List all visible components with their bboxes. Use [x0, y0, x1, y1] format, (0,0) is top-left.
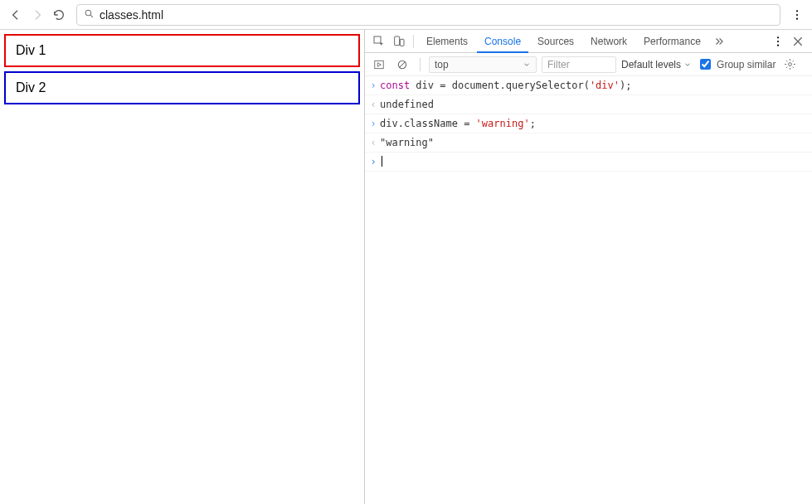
devtools-menu-button[interactable] [769, 32, 787, 51]
console-code: const div = document.querySelector('div'… [380, 78, 809, 93]
caret-right-icon: › [367, 116, 380, 131]
console-body[interactable]: › const div = document.querySelector('di… [365, 76, 812, 504]
svg-point-7 [777, 36, 779, 38]
tab-performance-label: Performance [644, 36, 701, 47]
arrow-left-icon [9, 8, 22, 22]
caret-left-icon: ‹ [367, 135, 380, 150]
separator [413, 35, 414, 48]
device-icon [392, 35, 406, 48]
svg-point-12 [789, 63, 792, 66]
ban-icon [396, 59, 408, 70]
demo-div-1: Div 1 [4, 34, 360, 67]
chevron-double-right-icon [713, 36, 725, 47]
svg-point-8 [777, 40, 779, 41]
console-settings-button[interactable] [780, 56, 799, 74]
console-prompt-input[interactable] [380, 154, 809, 169]
devtools-close-button[interactable] [789, 32, 807, 51]
group-similar-checkbox[interactable] [700, 59, 711, 70]
caret-right-icon: › [367, 154, 380, 169]
tab-elements-label: Elements [426, 36, 468, 47]
svg-point-1 [796, 10, 798, 12]
svg-point-2 [796, 13, 798, 15]
console-output: undefined [380, 97, 809, 112]
inspect-element-button[interactable] [370, 32, 388, 51]
caret-right-icon: › [367, 78, 380, 93]
demo-div-2-text: Div 2 [16, 80, 46, 94]
execution-context-select[interactable]: top [429, 56, 537, 73]
browser-menu-button[interactable] [787, 5, 807, 25]
inspect-icon [372, 35, 386, 48]
svg-rect-5 [395, 36, 400, 46]
console-code: div.className = 'warning'; [380, 116, 809, 131]
tab-network[interactable]: Network [583, 30, 635, 53]
tab-sources[interactable]: Sources [530, 30, 581, 53]
arrow-right-icon [31, 8, 44, 22]
tab-elements[interactable]: Elements [419, 30, 475, 53]
kebab-icon [790, 8, 804, 22]
tabs-overflow-button[interactable] [710, 32, 728, 51]
svg-point-9 [777, 44, 779, 46]
chevron-down-icon [523, 61, 531, 69]
console-filter-input[interactable] [542, 56, 616, 73]
address-bar[interactable]: classes.html [76, 4, 780, 26]
devtools-pane: Elements Console Sources Network Perform… [365, 30, 812, 504]
gear-icon [784, 58, 796, 70]
tab-performance[interactable]: Performance [636, 30, 708, 53]
forward-button[interactable] [27, 4, 48, 26]
page-pane: Div 1 Div 2 [0, 30, 365, 504]
reload-icon [52, 8, 66, 22]
tab-sources-label: Sources [537, 36, 574, 47]
group-similar-toggle[interactable]: Group similar [697, 56, 776, 72]
svg-point-3 [796, 17, 798, 19]
tab-console-label: Console [484, 36, 521, 47]
log-levels-select[interactable]: Default levels [621, 59, 692, 70]
execution-context-label: top [435, 59, 449, 70]
text-cursor [382, 156, 382, 167]
console-sidebar-toggle[interactable] [370, 56, 388, 74]
workspace: Div 1 Div 2 Elements Console Sources Net… [0, 30, 812, 504]
browser-toolbar: classes.html [0, 0, 812, 30]
console-prompt-row[interactable]: › [365, 153, 812, 172]
clear-console-button[interactable] [393, 56, 411, 74]
console-output-row: ‹ undefined [365, 95, 812, 114]
kebab-icon [771, 35, 785, 48]
demo-div-1-text: Div 1 [16, 43, 46, 57]
console-input-row: › const div = document.querySelector('di… [365, 76, 812, 95]
toggle-device-button[interactable] [390, 32, 408, 51]
reload-button[interactable] [48, 4, 70, 26]
tab-network-label: Network [591, 36, 627, 47]
play-outline-icon [373, 59, 385, 70]
separator [420, 58, 421, 71]
console-output-row: ‹ "warning" [365, 133, 812, 153]
address-bar-text: classes.html [100, 8, 163, 22]
back-button[interactable] [5, 4, 27, 26]
console-input-row: › div.className = 'warning'; [365, 114, 812, 133]
svg-rect-10 [375, 61, 384, 68]
log-levels-label: Default levels [621, 59, 681, 70]
group-similar-label: Group similar [717, 59, 776, 70]
tab-console[interactable]: Console [477, 30, 528, 53]
caret-left-icon: ‹ [367, 97, 380, 112]
search-icon [84, 8, 95, 22]
close-icon [791, 35, 805, 48]
console-output: "warning" [380, 135, 809, 150]
demo-div-2: Div 2 [4, 71, 360, 104]
console-toolbar: top Default levels Group similar [365, 53, 812, 76]
svg-point-0 [85, 10, 91, 16]
devtools-tabstrip: Elements Console Sources Network Perform… [365, 30, 812, 53]
chevron-down-icon [683, 61, 692, 69]
svg-rect-6 [400, 39, 404, 46]
